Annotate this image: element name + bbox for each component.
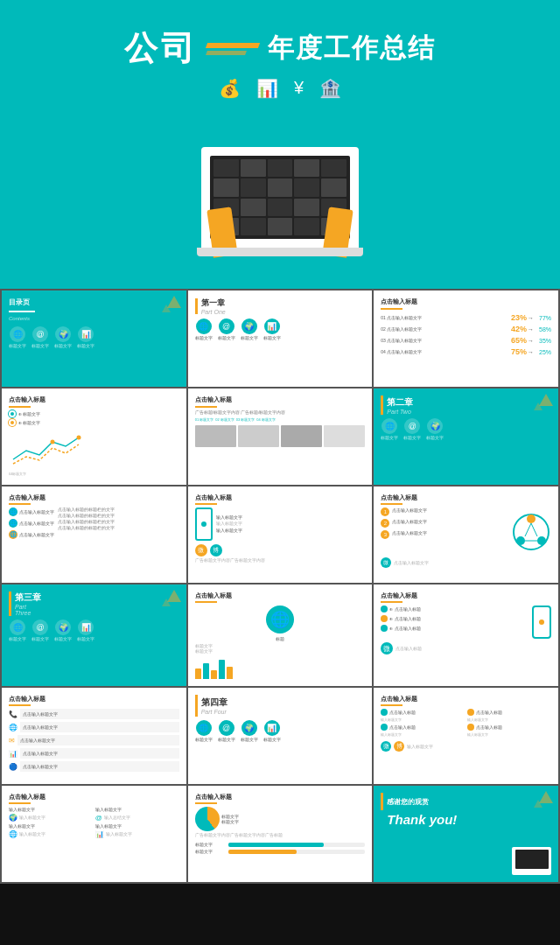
- phone-icon: [195, 508, 213, 541]
- slide-part-two: 第二章 Part Two 🌐 标题文字 @ 标题文字 🌍 标题文字: [374, 388, 558, 485]
- globe-content: 🌐 标题: [195, 606, 366, 641]
- circle-title: 点击输入标题: [381, 494, 551, 502]
- triangle-diagram-svg: [512, 508, 551, 556]
- p1-icon1: 🌐 标题文字: [195, 318, 213, 340]
- input-b-title: 点击输入标题: [195, 793, 366, 802]
- phone-right-bottom: 微 点击输入标题: [381, 642, 551, 654]
- process-content: 输入标题文字 输入标题文字 输入标题文字: [195, 508, 366, 541]
- globe-icon-circle: 🌐: [266, 606, 294, 634]
- input-a-grid: 输入标题文字 🌍 输入标题文字 输入标题文字 🌐 输入标题文字 输入标题文字 @…: [9, 807, 179, 838]
- process-title: 点击输入标题: [195, 494, 366, 502]
- hero-icons: 💰 📊 ¥ 🏦: [219, 78, 341, 99]
- small-bar-chart: [195, 657, 366, 679]
- thankyou-content: 感谢您的观赏 Thank you!: [381, 793, 551, 875]
- part3-title: 第三章: [15, 592, 41, 604]
- num-item-3: 3 点击输入标题文字: [381, 530, 508, 539]
- list-items-title: 点击输入标题: [9, 695, 179, 704]
- list-right2-bottom: 微 博 输入标题文字: [381, 741, 551, 752]
- slide-input-a: 点击输入标题 输入标题文字 🌍 输入标题文字 输入标题文字 🌐 输入标题文字 输…: [2, 786, 186, 882]
- slide-line-chart: 点击输入标题 ⊕ 标题文字 ⊕ 标题文字 04标题文字: [2, 388, 186, 485]
- p2-icon3: 🌍 标题文字: [426, 418, 444, 440]
- thankyou-cn: 感谢您的观赏: [387, 797, 429, 807]
- thankyou-en: Thank you!: [387, 812, 551, 827]
- stat-row-1: 01 点击输入标题文字 23% → 77%: [381, 313, 551, 322]
- slide-globe-center: 点击输入标题 🌐 标题 标题文字 标题文字: [188, 584, 373, 686]
- slide-contents-subtitle: Contents: [9, 316, 179, 321]
- slide-circle-right: 点击输入标题 1 点击输入标题文字 2 点击输入标题文字 3 点击输入标题文字: [374, 486, 558, 583]
- part3-subtitle: Three: [15, 610, 41, 616]
- hero-icon-money: 💰: [219, 78, 241, 99]
- phone-right-title: 点击输入标题: [381, 592, 551, 600]
- slide-input-b: 点击输入标题 标题文字 标题文字 广告标题文字内容广告标题文字内容广告标题 标题…: [188, 786, 373, 882]
- slide-list-left: 点击输入标题 🌐 点击输入标题文字 🌐 点击输入标题文字 🌐 点击输入标题文字 …: [2, 486, 186, 583]
- icon-globe: 🌐 标题文字: [9, 326, 26, 348]
- svg-point-0: [51, 440, 55, 444]
- social-icons: 微 博: [195, 544, 366, 556]
- svg-line-7: [531, 523, 537, 536]
- input-a-title: 点击输入标题: [9, 793, 179, 802]
- slide-thankyou: 感谢您的观赏 Thank you!: [374, 786, 558, 882]
- part2-subtitle: Part Two: [387, 409, 413, 415]
- slide-list-items-left: 点击输入标题 📞 点击输入标题文字 🌐 点击输入标题文字 ✉ 点击输入标题文字: [2, 688, 186, 784]
- part4-icons: 🌐 标题文字 @ 标题文字 🌍 标题文字 📊 标题文字: [195, 720, 366, 742]
- line-chart-title: 点击输入标题: [9, 396, 179, 404]
- list-right2-content: 点击输入标题 输入标题文字 点击输入标题 输入标题文字 点击输入标题 输入标题文…: [381, 709, 551, 737]
- input-b-content: 标题文字 标题文字 广告标题文字内容广告标题文字内容广告标题 标题文字 标题文字: [195, 807, 366, 856]
- p1-icon2: @ 标题文字: [218, 318, 235, 340]
- svg-point-4: [516, 536, 525, 545]
- title-underline: [9, 311, 35, 312]
- list-right2-title: 点击输入标题: [381, 695, 551, 704]
- globe-title: 点击输入标题: [195, 592, 366, 600]
- slide-part-one: 第一章 Part One 🌐 标题文字 @ 标题文字 🌍 标题文字 📊 标题文字: [188, 290, 373, 387]
- line-chart-svg: [9, 429, 88, 468]
- slides-grid: 目录页 Contents 🌐 标题文字 @ 标题文字 🌍 标题文字 📊 标题文字: [0, 289, 560, 884]
- photo-3: [281, 425, 322, 447]
- hero-icon-yen: ¥: [294, 78, 304, 99]
- num-item-1: 1 点击输入标题文字: [381, 508, 508, 516]
- ty-deco2: [534, 800, 542, 808]
- hero-company: 公司: [124, 26, 198, 71]
- phone-right-content: ⊕ 点击输入标题 ⊕ 点击输入标题 ⊕ 点击输入标题: [381, 606, 551, 639]
- part3-deco2: [162, 598, 171, 606]
- hero-icon-chart: 📊: [256, 78, 278, 99]
- slide-process-mid: 点击输入标题 输入标题文字 输入标题文字 输入标题文字 微 博 广告标题文字内容…: [188, 486, 373, 583]
- laptop-decoration: [171, 108, 389, 256]
- line-chart-items: ⊕ 标题文字 ⊕ 标题文字: [9, 410, 179, 426]
- stat-row-4: 04 点击输入标题文字 75% → 25%: [381, 347, 551, 356]
- circle-diagram: [512, 508, 551, 556]
- list-left-title: 点击输入标题: [9, 494, 179, 502]
- icon-ie: 🌍 标题文字: [54, 326, 72, 348]
- num-item-2: 2 点击输入标题文字: [381, 519, 508, 528]
- slide-part-three: 第三章 Part Three 🌐 标题文字 @ 标题文字 🌍 标题文字 📊 标题…: [2, 584, 186, 686]
- slide-phone-right: 点击输入标题 ⊕ 点击输入标题 ⊕ 点击输入标题 ⊕ 点击输入标题: [374, 584, 558, 686]
- hero-annual: 年度工作总结: [268, 31, 436, 66]
- hero-icon-bank: 🏦: [319, 78, 341, 99]
- slide-stats: 点击输入标题 01 点击输入标题文字 23% → 77% 02 点击输入标题文字…: [374, 290, 558, 387]
- phone-shape: [532, 606, 551, 639]
- slide-photo-list: 点击输入标题 广告标题/标题文字内容 广告标题/标题文字内容 01 标题文字 0…: [188, 388, 373, 485]
- stats-title: 点击输入标题: [381, 298, 551, 306]
- part4-subtitle: Part Four: [201, 709, 228, 715]
- part-one-subtitle: Part One: [201, 309, 226, 315]
- line-item-1: ⊕ 标题文字: [9, 410, 179, 417]
- part-one-title: 第一章: [201, 298, 226, 309]
- hero-section: 公司 年度工作总结 💰 📊 ¥ 🏦: [0, 0, 560, 289]
- photo-list-title: 点击输入标题: [195, 396, 366, 404]
- hero-title-row: 公司 年度工作总结: [124, 26, 436, 71]
- slide-part-four: 第四章 Part Four 🌐 标题文字 @ 标题文字 🌍 标题文字 📊 标题文…: [188, 688, 373, 784]
- photo-4: [324, 425, 365, 447]
- part2-deco2: [534, 402, 542, 410]
- stat-row-2: 02 点击输入标题文字 42% → 58%: [381, 325, 551, 333]
- line-item-2: ⊕ 标题文字: [9, 419, 179, 426]
- photo-2: [238, 425, 279, 447]
- svg-point-5: [537, 536, 546, 545]
- bottom-social: 微 点击输入标题文字: [381, 557, 551, 568]
- p1-icon4: 📊 标题文字: [263, 318, 281, 340]
- p2-icon1: 🌐 标题文字: [381, 418, 398, 440]
- part4-title: 第四章: [201, 696, 228, 709]
- contents-icons: 🌐 标题文字 @ 标题文字 🌍 标题文字 📊 标题文字: [9, 326, 179, 348]
- stat-row-3: 03 点击输入标题文字 65% → 35%: [381, 336, 551, 345]
- photo-grid: [195, 425, 366, 447]
- list-items-content: 📞 点击输入标题文字 🌐 点击输入标题文字 ✉ 点击输入标题文字 📊: [9, 709, 179, 772]
- part-one-icons: 🌐 标题文字 @ 标题文字 🌍 标题文字 📊 标题文字: [195, 318, 366, 340]
